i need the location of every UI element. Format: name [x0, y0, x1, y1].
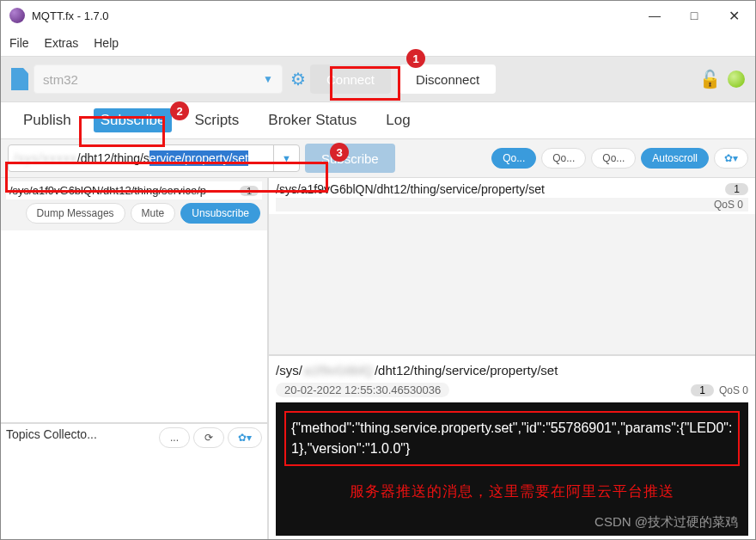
maximize-button[interactable]: □ [674, 3, 714, 28]
qos0-pill[interactable]: Qo... [491, 148, 536, 169]
detail-timestamp: 20-02-2022 12:55:30.46530036 [276, 383, 449, 397]
received-count-badge: 1 [725, 183, 748, 195]
message-list-header: /sys/a1f9vG6blQN/dht12/thing/service/pro… [269, 178, 755, 214]
annotation-note: 服务器推送的消息，这里需要在阿里云平台推送 [284, 466, 740, 501]
message-detail: /sys/a1f9vG6blQ/dht12/thing/service/prop… [269, 354, 755, 540]
app-icon [9, 8, 25, 23]
profile-dropdown[interactable]: stm32 ▼ [34, 64, 283, 94]
dump-messages-button[interactable]: Dump Messages [26, 203, 125, 224]
subscription-item[interactable]: /sys/a1f9vG6blQN/dht12/thing/service/p 1… [1, 178, 267, 230]
topics-collector-label: Topics Collecto... [6, 427, 155, 441]
subscribe-bar: /sys/xxxxx/dht12/thing/service/property/… [1, 138, 755, 178]
subscribe-options-button[interactable]: ✿▾ [714, 148, 748, 169]
topic-combobox[interactable]: /sys/xxxxx/dht12/thing/service/property/… [8, 144, 300, 172]
qos1-pill[interactable]: Qo... [541, 148, 586, 169]
tc-more-button[interactable]: ... [159, 427, 190, 448]
connection-status-dot [728, 71, 745, 88]
content: /sys/a1f9vG6blQN/dht12/thing/service/p 1… [1, 178, 755, 540]
subscriptions-list: /sys/a1f9vG6blQN/dht12/thing/service/p 1… [1, 178, 267, 422]
tab-broker-status[interactable]: Broker Status [261, 108, 363, 132]
autoscroll-pill[interactable]: Autoscroll [641, 148, 709, 169]
close-button[interactable]: ✕ [714, 3, 753, 28]
topics-collector-pane: Topics Collecto... ... ⟳ ✿▾ [1, 422, 267, 540]
mute-button[interactable]: Mute [131, 203, 176, 224]
callout-2: 2 [170, 101, 189, 120]
message-list-body[interactable] [269, 214, 755, 354]
unsubscribe-button[interactable]: Unsubscribe [180, 203, 260, 224]
payload-json: {"method":"thing.service.property.set","… [284, 411, 740, 466]
topic-input[interactable]: /sys/xxxxx/dht12/thing/service/property/… [9, 145, 273, 171]
menu-file[interactable]: File [9, 36, 29, 50]
callout-3: 3 [330, 143, 349, 162]
tab-scripts[interactable]: Scripts [187, 108, 246, 132]
detail-topic-blur: a1f9vG6blQ [302, 363, 375, 377]
disconnect-button[interactable]: Disconnect [399, 64, 496, 94]
window-title: MQTT.fx - 1.7.0 [32, 9, 635, 22]
subscription-topic: /sys/a1f9vG6blQN/dht12/thing/service/p [9, 184, 206, 197]
received-qos: QoS 0 [276, 198, 748, 212]
titlebar: MQTT.fx - 1.7.0 — □ ✕ [1, 1, 755, 30]
main-tabs: Publish Subscribe Scripts Broker Status … [1, 102, 755, 138]
connect-button[interactable]: Connect [310, 64, 391, 94]
tab-subscribe[interactable]: Subscribe [94, 108, 173, 132]
toolbar: stm32 ▼ ⚙ Connect Disconnect 🔓 [1, 56, 755, 102]
chevron-down-icon: ▼ [263, 73, 273, 85]
detail-qos: QoS 0 [719, 384, 748, 396]
topic-dropdown-button[interactable]: ▼ [273, 145, 299, 171]
watermark: CSDN @技术过硬的菜鸡 [594, 514, 738, 531]
menu-extras[interactable]: Extras [45, 36, 79, 50]
lock-open-icon: 🔓 [699, 69, 721, 89]
settings-gear-icon[interactable]: ⚙ [286, 67, 310, 91]
right-pane: /sys/a1f9vG6blQN/dht12/thing/service/pro… [269, 178, 755, 540]
tc-options-button[interactable]: ✿▾ [228, 427, 262, 448]
detail-badge: 1 [691, 384, 714, 396]
detail-topic-a: /sys/ [276, 363, 302, 377]
profile-file-icon[interactable] [11, 68, 28, 90]
detail-topic-b: /dht12/thing/service/property/set [375, 363, 558, 377]
qos2-pill[interactable]: Qo... [591, 148, 636, 169]
received-topic: /sys/a1f9vG6blQN/dht12/thing/service/pro… [276, 182, 545, 196]
profile-name: stm32 [43, 72, 78, 87]
payload-panel: {"method":"thing.service.property.set","… [276, 402, 748, 536]
left-pane: /sys/a1f9vG6blQN/dht12/thing/service/p 1… [1, 178, 269, 540]
callout-1: 1 [406, 49, 425, 68]
minimize-button[interactable]: — [635, 3, 674, 28]
subscription-count-badge: 1 [240, 186, 259, 196]
subscribe-button[interactable]: Subscribe [305, 144, 395, 173]
tab-publish[interactable]: Publish [16, 108, 78, 132]
tab-log[interactable]: Log [379, 108, 417, 132]
menu-help[interactable]: Help [94, 36, 119, 50]
tc-scan-button[interactable]: ⟳ [193, 427, 224, 448]
menubar: File Extras Help [1, 30, 755, 56]
